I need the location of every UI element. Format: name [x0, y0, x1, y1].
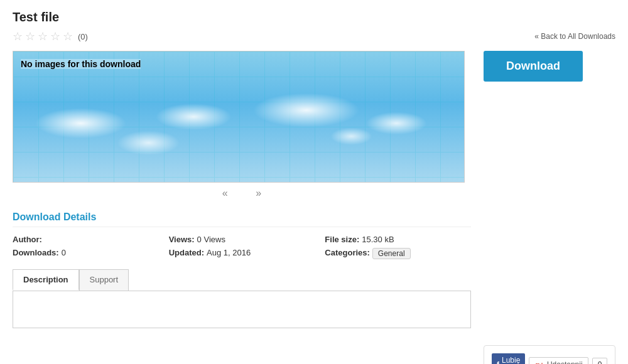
downloads-label: Downloads:	[13, 248, 59, 259]
author-detail: Author:	[13, 235, 159, 244]
updated-label: Updated:	[169, 248, 204, 259]
categories-label: Categories:	[325, 248, 370, 259]
gplus-share-button[interactable]: g+ Udostępnij	[529, 357, 588, 365]
star-4[interactable]: ☆	[50, 29, 60, 43]
star-5[interactable]: ☆	[63, 29, 73, 43]
rating-count: (0)	[78, 32, 88, 41]
download-image: No images for this download	[13, 51, 465, 183]
views-value: 0 Views	[197, 235, 225, 244]
star-1[interactable]: ☆	[13, 29, 23, 43]
details-section-title: Download Details	[13, 211, 471, 227]
tabs: Description Support	[13, 269, 471, 291]
downloads-detail: Downloads: 0	[13, 248, 159, 259]
tab-description[interactable]: Description	[13, 269, 79, 291]
views-label: Views:	[169, 235, 195, 244]
image-nav: « »	[13, 188, 471, 199]
prev-arrow[interactable]: «	[222, 188, 228, 198]
like-label: Lubię to!	[502, 356, 520, 364]
updated-detail: Updated: Aug 1, 2016	[169, 248, 315, 259]
filesize-value: 15.30 kB	[362, 235, 394, 244]
star-3[interactable]: ☆	[38, 29, 48, 43]
no-images-label: No images for this download	[21, 59, 141, 69]
star-2[interactable]: ☆	[25, 29, 35, 43]
gplus-share-label: Udostępnij	[547, 360, 583, 364]
facebook-icon: f	[497, 360, 499, 364]
cloud-overlay	[13, 51, 464, 182]
social-row-1: f Lubię to! g+ Udostępnij 0	[492, 353, 607, 364]
author-label: Author:	[13, 235, 42, 244]
tab-support[interactable]: Support	[79, 269, 129, 291]
share-count: 0	[592, 358, 608, 364]
updated-value: Aug 1, 2016	[207, 248, 251, 259]
download-button[interactable]: Download	[484, 51, 583, 82]
filesize-label: File size:	[325, 235, 359, 244]
views-detail: Views: 0 Views	[169, 235, 315, 244]
page-title: Test file	[13, 10, 615, 24]
next-arrow[interactable]: »	[256, 188, 261, 198]
top-bar: ☆ ☆ ☆ ☆ ☆ (0) « Back to All Downloads	[13, 29, 615, 43]
details-grid: Author: Views: 0 Views File size: 15.30 …	[13, 235, 471, 259]
categories-detail: Categories: General	[325, 248, 471, 259]
main-layout: No images for this download « » Download…	[13, 51, 615, 364]
filesize-detail: File size: 15.30 kB	[325, 235, 471, 244]
facebook-like-button[interactable]: f Lubię to!	[492, 353, 525, 364]
categories-value: General	[372, 248, 411, 259]
rating-area: ☆ ☆ ☆ ☆ ☆ (0)	[13, 29, 88, 43]
downloads-value: 0	[62, 248, 66, 259]
right-sidebar: Download f Lubię to! g+ Udostępnij 0 f U…	[484, 51, 615, 364]
content-area: No images for this download « » Download…	[13, 51, 471, 328]
social-box: f Lubię to! g+ Udostępnij 0 f Udostępnij…	[484, 345, 615, 364]
gplus-icon: g+	[534, 360, 544, 365]
tab-content	[13, 291, 471, 328]
back-to-downloads-link[interactable]: « Back to All Downloads	[534, 32, 615, 41]
